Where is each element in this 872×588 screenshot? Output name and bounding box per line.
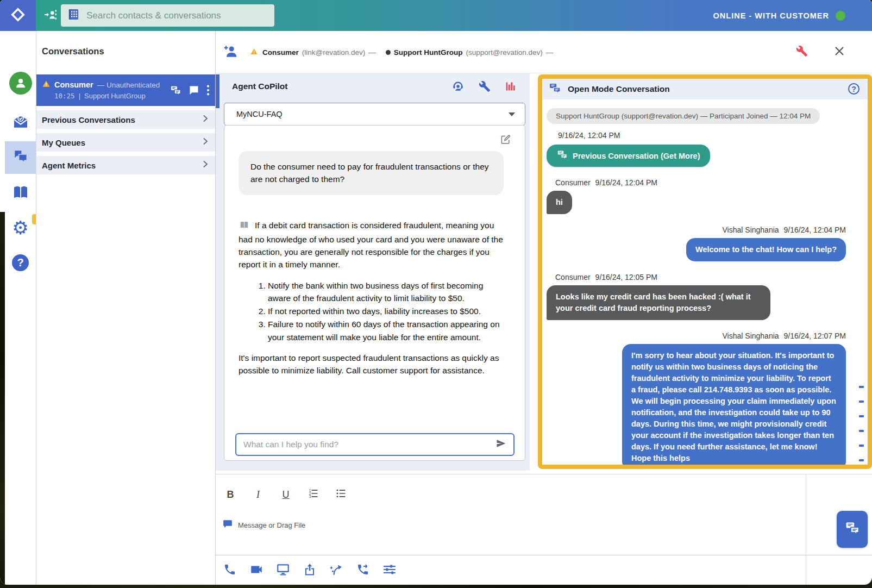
conversation-header: Consumer (link@revation.dev) — Support H… [216,31,872,73]
italic-button[interactable]: I [252,489,265,501]
diamond-logo-icon [11,8,25,24]
conversations-title: Conversations [42,46,104,57]
close-icon[interactable] [834,46,845,59]
search-input[interactable] [86,10,249,21]
status-text: ONLINE - WITH CUSTOMER [713,11,829,20]
support-agent-icon[interactable] [452,80,464,95]
message-sender-row: Consumer9/16/24, 12:05 PM [555,273,846,282]
app-logo[interactable] [0,0,36,31]
avatar [9,72,32,95]
open-mode-scrollbar[interactable] [859,79,864,465]
sidebar-item-inbox[interactable] [5,112,36,133]
chat-bubbles-icon [12,148,29,167]
help-outline-icon[interactable]: ? [848,83,860,95]
chat-message-outgoing: Vishal Singhania9/16/24, 12:07 PMI'm sor… [547,331,846,465]
book-icon [12,184,29,203]
nav-my-queues[interactable]: My Queues [36,133,215,152]
phone-call-icon[interactable] [223,562,237,577]
tools-wrench-icon[interactable] [796,45,808,59]
left-icon-bar: ⚙ 1 ? [5,31,36,585]
video-call-icon[interactable] [249,562,264,577]
fab-column-divider [806,474,806,585]
knowledge-book-icon [239,222,250,232]
sidebar-item-settings[interactable]: ⚙ 1 [5,216,36,240]
chat-message-incoming: Consumer9/16/24, 12:04 PMhi [547,178,846,214]
file-share-icon[interactable] [303,562,317,577]
copilot-input-box[interactable] [235,433,515,456]
nav-previous-conversations[interactable]: Previous Conversations [36,110,215,129]
copilot-header: Agent CoPilot [219,73,530,101]
add-participant-icon[interactable] [223,44,238,61]
help-icon: ? [12,254,29,271]
chat-icon[interactable] [189,85,199,98]
copilot-wrench-icon[interactable] [479,80,491,95]
participant-dot-icon [386,50,391,55]
call-transfer-icon[interactable] [356,562,370,577]
answer-list-item: Notify the bank within two business days… [268,279,500,305]
chat-message-outgoing: Vishal Singhania9/16/24, 12:04 PMWelcome… [547,226,846,261]
system-message: Support HuntGroup (support@revation.dev)… [547,108,820,124]
dialpad-icon [67,8,80,23]
top-bar: ONLINE - WITH CUSTOMER [0,0,872,31]
message-sender: Vishal Singhania [723,226,779,234]
bullet-list-button[interactable] [335,488,348,502]
conversation-transfer-icon [557,149,568,162]
copilot-question-bubble: Do the consumer need to pay for fraudule… [239,151,504,195]
answer-list-item: Failure to notify within 60 days of the … [268,318,500,343]
conversation-status: — Unauthenticated [97,81,160,89]
sidebar-item-library[interactable] [5,183,36,204]
nav-agent-metrics[interactable]: Agent Metrics [36,156,215,174]
message-compose-area[interactable]: Message or Drag File [222,519,305,531]
message-time: 9/16/24, 12:07 PM [784,331,846,340]
more-options-icon[interactable] [206,84,210,98]
conversation-row-consumer[interactable]: Consumer — Unauthenticated 10:25 | Suppo… [36,74,215,106]
copilot-input[interactable] [243,440,495,449]
warning-icon [42,80,51,90]
conversation-transfer-icon[interactable] [170,85,181,98]
sidebar-item-help[interactable]: ? [5,252,36,273]
conversation-timer: 10:25 [54,92,75,100]
underline-button[interactable]: U [279,489,292,501]
copilot-scrollbar[interactable] [216,73,219,471]
send-icon[interactable] [495,438,507,451]
message-sender: Consumer [555,178,591,187]
gear-icon: ⚙ 1 [12,218,28,237]
openmode-messages: Consumer9/16/24, 12:04 PMhiVishal Singha… [547,178,846,465]
message-time: 9/16/24, 12:05 PM [595,273,657,282]
settings-sliders-icon[interactable] [382,562,397,577]
chart-library-icon[interactable] [505,81,516,94]
knowledgebase-dropdown[interactable]: MyNCU-FAQ [224,103,525,126]
copilot-answer: If a debit card transaction is considere… [239,219,509,271]
ordered-list-button[interactable]: 123 [307,488,320,502]
ai-redirect-icon[interactable] [329,562,343,577]
format-toolbar: B I U 123 [224,488,348,502]
warning-icon [250,48,258,57]
chat-message-incoming: Consumer9/16/24, 12:05 PMLooks like my c… [547,273,846,320]
previous-conversation-button[interactable]: Previous Conversation (Get More) [547,145,710,167]
participant-group-email: (support@revation.dev) [466,48,543,57]
open-conversation-button[interactable] [837,511,868,548]
sidebar-item-profile[interactable] [5,72,36,95]
message-sender: Consumer [555,273,591,282]
conversation-name: Consumer [54,80,93,89]
conversation-timestamp: 9/16/24, 12:04 PM [558,131,846,140]
message-bubble-icon [222,519,233,531]
bold-button[interactable]: B [224,489,237,501]
message-time: 9/16/24, 12:04 PM [595,178,657,187]
conversations-panel: Conversations Consumer — Unauthenticated… [36,31,215,585]
new-chat-icon[interactable] [500,134,511,147]
scrollbar-thumb[interactable] [216,74,219,108]
add-contact-button[interactable] [42,8,59,24]
add-contact-icon [43,8,58,24]
participant-consumer-email: (link@revation.dev) [302,48,366,57]
conversation-queue: Support HuntGroup [84,92,146,100]
svg-text:3: 3 [309,495,311,498]
screen-share-icon[interactable] [276,562,290,577]
message-sender-row: Vishal Singhania9/16/24, 12:04 PM [723,226,846,234]
message-bubble: Welcome to the chat! How can I help? [686,238,846,261]
agent-status[interactable]: ONLINE - WITH CUSTOMER [713,0,845,31]
message-sender: Vishal Singhania [723,331,779,340]
global-search[interactable] [61,4,274,27]
sidebar-item-conversations[interactable] [5,147,36,168]
inbox-check-icon [12,113,29,133]
